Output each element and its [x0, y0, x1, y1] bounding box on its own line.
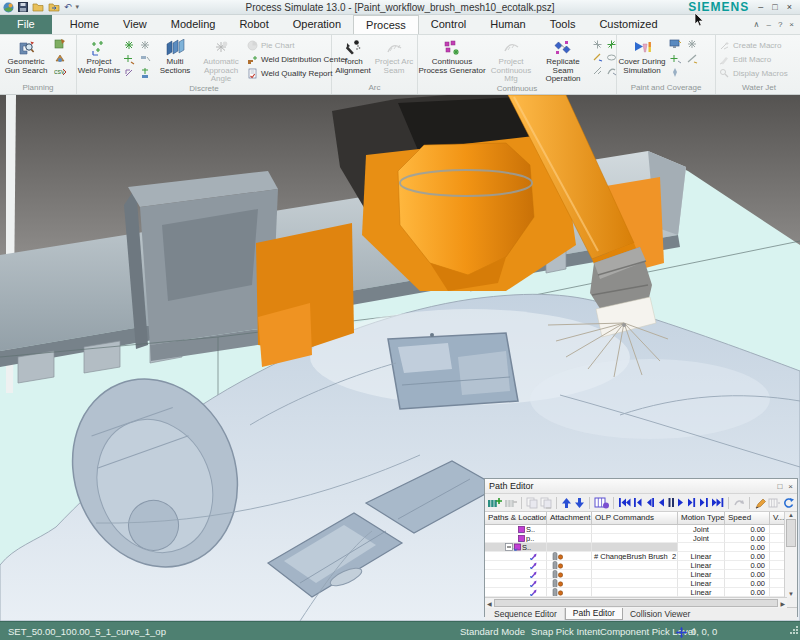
add-column-icon[interactable] — [768, 497, 780, 509]
tab-file[interactable]: File — [0, 15, 52, 34]
table-row[interactable]: S.. Joint 0.00 — [485, 525, 787, 534]
horizontal-scrollbar-thumb[interactable] — [494, 599, 779, 607]
play-forward-icon[interactable] — [677, 497, 685, 508]
vertical-scrollbar-thumb[interactable] — [786, 519, 796, 547]
doc-help-icon[interactable]: ? — [778, 20, 782, 29]
col-olp-commands[interactable]: OLP Commands — [592, 512, 678, 524]
tab-collision-viewer[interactable]: Collision Viewer — [623, 608, 697, 620]
table-row[interactable]: Linear 0.00 — [485, 561, 787, 570]
replicate-seam-operation-button[interactable]: Replicate Seam Operation — [536, 37, 590, 84]
resize-grip[interactable] — [790, 626, 798, 640]
jump-to-start-icon[interactable] — [618, 497, 631, 508]
path-editor-close-icon[interactable]: × — [788, 482, 793, 491]
play-forward-step-icon[interactable] — [687, 497, 697, 508]
tab-sequence-editor[interactable]: Sequence Editor — [487, 608, 565, 620]
tab-path-editor[interactable]: Path Editor — [565, 608, 623, 620]
simulation-settings-icon[interactable] — [733, 497, 745, 508]
tab-robot[interactable]: Robot — [227, 15, 280, 34]
scroll-down-icon[interactable]: ▼ — [788, 591, 794, 597]
automatic-approach-angle-button[interactable]: Automatic Approach Angle — [195, 37, 247, 84]
tab-control[interactable]: Control — [419, 15, 478, 34]
table-row[interactable]: p.. Joint 0.00 — [485, 534, 787, 543]
tab-home[interactable]: Home — [58, 15, 111, 34]
move-down-icon[interactable] — [574, 497, 585, 509]
col-motion-type[interactable]: Motion Type — [678, 512, 725, 524]
undo-icon[interactable]: ↶ — [64, 2, 72, 12]
maximize-button[interactable]: □ — [772, 1, 777, 13]
move-up-icon[interactable] — [561, 497, 572, 509]
close-button[interactable]: × — [787, 1, 792, 13]
col-speed[interactable]: Speed — [725, 512, 770, 524]
jump-to-end-icon[interactable] — [711, 497, 724, 508]
customize-columns-icon[interactable] — [594, 496, 609, 509]
discrete-mini-icon-2[interactable] — [139, 39, 153, 51]
table-row[interactable]: Linear 0.00 — [485, 579, 787, 588]
scroll-left-icon[interactable]: ◀ — [485, 600, 492, 607]
scroll-right-icon[interactable]: ▶ — [780, 600, 787, 607]
vertical-scrollbar[interactable]: ▲ ▼ — [784, 512, 797, 597]
project-weld-points-button[interactable]: Project Weld Points — [77, 37, 121, 75]
col-paths-locations[interactable]: Paths & Locations — [485, 512, 547, 524]
snap-pick-intent-indicator[interactable]: Snap Pick Intent — [531, 626, 600, 637]
tab-modeling[interactable]: Modeling — [159, 15, 228, 34]
tab-operation[interactable]: Operation — [281, 15, 353, 34]
tab-customized[interactable]: Customized — [587, 15, 669, 34]
minimize-button[interactable]: – — [758, 1, 763, 13]
remove-operations-icon[interactable] — [504, 496, 517, 509]
table-row[interactable]: # ChangeBrush Brush_2 # 0 Linear 0.00 — [485, 552, 787, 561]
path-editor-titlebar[interactable]: Path Editor □ × — [485, 479, 797, 494]
table-row[interactable]: Linear 0.00 — [485, 570, 787, 579]
open-study-icon[interactable] — [48, 2, 60, 12]
continuous-mini-icon-1[interactable] — [592, 39, 604, 50]
paint-mini-icon-2[interactable] — [686, 39, 701, 51]
continuous-mini-icon-3[interactable] — [592, 52, 604, 63]
mode-indicator[interactable]: Standard Mode — [460, 626, 525, 637]
paste-icon[interactable] — [540, 496, 552, 509]
project-continuous-mfg-button[interactable]: Project Continuous Mfg — [486, 37, 536, 84]
doc-minimize-icon[interactable]: – — [766, 20, 770, 29]
table-row-selected[interactable]: S.. 0.00 — [485, 543, 787, 552]
continuous-mini-icon-5[interactable] — [592, 65, 604, 76]
project-arc-seam-button[interactable]: Project Arc Seam — [374, 37, 414, 75]
refresh-path-icon[interactable] — [782, 497, 794, 509]
col-attachment[interactable]: Attachment — [547, 512, 592, 524]
tab-process[interactable]: Process — [353, 15, 419, 34]
pause-icon[interactable] — [667, 497, 675, 508]
step-to-start-icon[interactable] — [633, 497, 643, 508]
collapse-node-icon[interactable] — [505, 543, 513, 551]
paint-mini-icon-1[interactable] — [669, 39, 684, 51]
display-macros-button[interactable]: Display Macros — [719, 66, 800, 80]
play-backward-icon[interactable] — [657, 497, 665, 508]
save-icon[interactable] — [18, 2, 28, 12]
cover-during-simulation-button[interactable]: Cover During Simulation — [617, 37, 667, 75]
open-icon[interactable] — [32, 2, 44, 12]
geometric-gun-search-button[interactable]: Geometric Gun Search — [0, 37, 52, 75]
discrete-mini-icon-1[interactable] — [123, 39, 137, 51]
discrete-mini-icon-5[interactable] — [123, 67, 137, 79]
discrete-mini-icon-3[interactable] — [123, 53, 137, 65]
collapse-ribbon-icon[interactable]: ∧ — [754, 20, 760, 29]
paint-mini-icon-4[interactable] — [686, 53, 701, 65]
discrete-mini-icon-4[interactable] — [139, 53, 153, 65]
create-macro-button[interactable]: Create Macro — [719, 38, 800, 52]
copy-icon[interactable] — [526, 496, 538, 509]
torch-alignment-button[interactable]: Torch Alignment — [332, 37, 374, 75]
path-editor-maximize-icon[interactable]: □ — [777, 482, 782, 491]
scroll-up-icon[interactable]: ▲ — [788, 512, 794, 518]
play-backward-step-icon[interactable] — [645, 497, 655, 508]
continuous-process-generator-button[interactable]: Continuous Process Generator — [418, 37, 486, 75]
multi-sections-button[interactable]: Multi Sections — [155, 37, 195, 75]
quick-access-dropdown-icon[interactable]: ▾ — [76, 2, 80, 12]
horizontal-scrollbar[interactable]: ◀ ▶ — [485, 597, 787, 608]
planning-mini-icon-1[interactable] — [54, 38, 68, 50]
tab-view[interactable]: View — [111, 15, 159, 34]
paint-mini-icon-3[interactable] — [669, 53, 684, 65]
planning-mini-icon-3[interactable]: csv — [54, 66, 68, 77]
table-row[interactable]: Linear 0.00 — [485, 588, 787, 597]
edit-macro-button[interactable]: Edit Macro — [719, 52, 800, 66]
tab-human[interactable]: Human — [478, 15, 537, 34]
step-to-end-icon[interactable] — [699, 497, 709, 508]
doc-close-icon[interactable]: × — [789, 20, 794, 29]
tab-tools[interactable]: Tools — [538, 15, 588, 34]
add-operations-icon[interactable] — [487, 496, 502, 509]
